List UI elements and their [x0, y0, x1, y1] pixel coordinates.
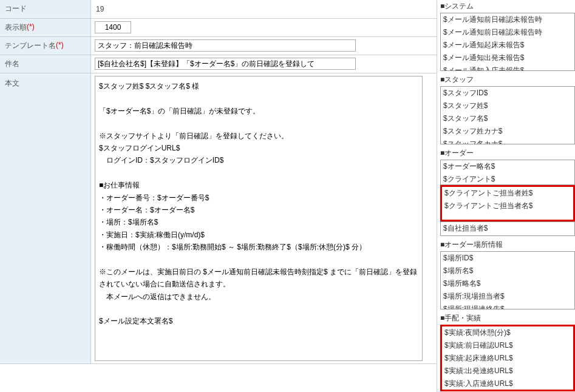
variable-item[interactable]: $クライアントご担当者名$: [442, 200, 573, 212]
variable-item[interactable]: $オーダー略名$: [441, 160, 574, 173]
input-template-name[interactable]: [95, 39, 356, 52]
group-title: ■オーダー場所情報: [440, 238, 575, 251]
input-display-order[interactable]: [95, 21, 131, 33]
variable-item[interactable]: $場所:現場連絡先$: [441, 303, 574, 309]
variable-item[interactable]: $スタッフ姓$: [441, 100, 574, 112]
variable-item[interactable]: $自社担当者$: [441, 222, 574, 235]
variable-item[interactable]: $実績:出発連絡URL$: [442, 365, 573, 377]
variable-item[interactable]: $メール通知起床未報告$: [441, 39, 574, 52]
label-template-name: テンプレート名(*): [0, 37, 91, 55]
variable-item[interactable]: $スタッフ姓カナ$: [441, 125, 574, 138]
variable-item[interactable]: $場所:現場担当者$: [441, 290, 574, 303]
variable-item[interactable]: $スタッフ名カナ$: [441, 138, 574, 144]
variable-listbox[interactable]: $スタッフID$$スタッフ姓$$スタッフ名$$スタッフ姓カナ$$スタッフ名カナ$: [440, 86, 575, 144]
group-title: ■手配・実績: [440, 312, 575, 325]
label-code: コード: [0, 0, 91, 18]
group-title: ■スタッフ: [440, 73, 575, 86]
variable-item[interactable]: $実績:起床連絡URL$: [442, 352, 573, 365]
variable-item[interactable]: $メール通知前日確認未報告時: [441, 13, 574, 26]
variable-item[interactable]: $クライアントご担当者姓$: [442, 187, 573, 200]
variable-item[interactable]: $場所ID$: [441, 252, 574, 265]
textarea-body[interactable]: [95, 76, 423, 361]
variable-listbox[interactable]: $メール通知前日確認未報告時$メール通知前日確認未報告時$メール通知起床未報告$…: [440, 13, 575, 71]
variable-listbox-highlight[interactable]: $クライアントご担当者姓$$クライアントご担当者名$: [440, 185, 575, 221]
variable-item[interactable]: $クライアント$: [441, 173, 574, 185]
variable-listbox-highlight[interactable]: $実績:夜間休憩(分)$$実績:前日確認URL$$実績:起床連絡URL$$実績:…: [440, 325, 575, 391]
group-title: ■オーダー: [440, 147, 575, 160]
variable-item[interactable]: $メール通知前日確認未報告時: [441, 26, 574, 39]
variable-item[interactable]: $実績:入店連絡URL$: [442, 377, 573, 390]
variable-listbox[interactable]: $自社担当者$: [440, 221, 575, 236]
value-code: 19: [95, 2, 105, 16]
group-title: ■システム: [440, 0, 575, 13]
input-subject[interactable]: [95, 58, 356, 70]
variable-item[interactable]: $場所略名$: [441, 277, 574, 290]
label-subject: 件名: [0, 55, 91, 73]
label-display-order: 表示順(*): [0, 19, 91, 36]
variable-item[interactable]: $スタッフID$: [441, 87, 574, 100]
variable-item[interactable]: $スタッフ名$: [441, 112, 574, 125]
variable-item[interactable]: $メール通知入店未報告$: [441, 64, 574, 71]
variable-item[interactable]: $場所名$: [441, 265, 574, 277]
variable-listbox[interactable]: $場所ID$$場所名$$場所略名$$場所:現場担当者$$場所:現場連絡先$: [440, 251, 575, 309]
variable-item[interactable]: $メール通知出発未報告$: [441, 52, 574, 64]
variable-item[interactable]: $実績:前日確認URL$: [442, 339, 573, 352]
variable-item[interactable]: $実績:夜間休憩(分)$: [442, 326, 573, 339]
variable-listbox[interactable]: $オーダー略名$$クライアント$: [440, 160, 575, 185]
label-body: 本文: [0, 73, 91, 363]
